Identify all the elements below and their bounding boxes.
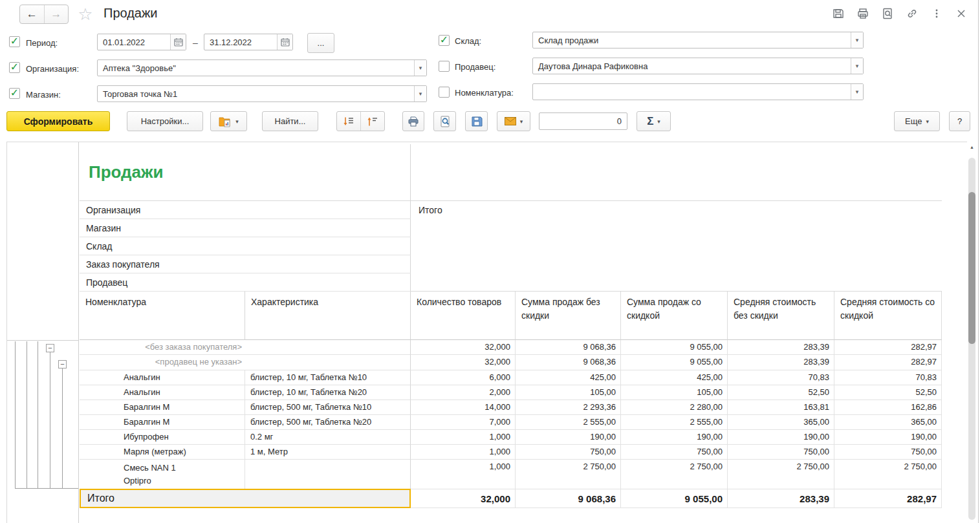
total-row-avg-nodisc[interactable]: 283,39	[728, 489, 834, 508]
organization-combo[interactable]: Аптека "Здоровье" ▾	[97, 59, 427, 76]
item-row-sum-disc[interactable]: 750,00	[621, 445, 728, 460]
warehouse-checkbox[interactable]: ✓	[439, 35, 450, 46]
group-row-sum-nodisc[interactable]: 9 068,36	[516, 355, 621, 370]
item-row-qty[interactable]: 2,000	[411, 385, 516, 400]
item-row-char[interactable]: 0.2 мг	[245, 430, 411, 445]
report-title-cell[interactable]: Продажи	[80, 144, 411, 201]
item-row-qty[interactable]: 1,000	[411, 430, 516, 445]
total-row-sum-nodisc[interactable]: 9 068,36	[516, 489, 621, 508]
item-row-sum-disc[interactable]: 105,00	[621, 385, 728, 400]
item-row-avg-disc[interactable]: 750,00	[834, 445, 942, 460]
expand-groups-button[interactable]	[337, 112, 361, 131]
item-row-qty[interactable]: 1,000	[411, 445, 516, 460]
item-row-avg-nodisc[interactable]: 2 750,00	[728, 460, 834, 489]
group-row-avg-nodisc[interactable]: 283,39	[728, 355, 834, 370]
item-row-avg-disc[interactable]: 70,83	[834, 370, 942, 385]
info-row-order[interactable]: Заказ покупателя	[80, 255, 411, 273]
info-row-shop[interactable]: Магазин	[80, 219, 411, 237]
item-row-avg-disc[interactable]: 162,86	[834, 400, 942, 415]
organization-checkbox[interactable]: ✓	[9, 62, 20, 73]
settings-button[interactable]: Настройки...	[127, 111, 203, 131]
item-row-char[interactable]: блистер, 10 мг, Таблетка №10	[245, 370, 411, 385]
scrollbar-thumb[interactable]	[968, 192, 975, 344]
collapse-group-button[interactable]: −	[46, 344, 54, 352]
period-checkbox[interactable]: ✓	[9, 36, 20, 47]
item-row-sum-disc[interactable]: 425,00	[621, 370, 728, 385]
column-header-sum-nodisc[interactable]: Сумма продаж без скидки	[516, 292, 621, 340]
item-row-sum-disc[interactable]: 190,00	[621, 430, 728, 445]
item-row-sum-disc[interactable]: 2 280,00	[621, 400, 728, 415]
link-icon[interactable]	[905, 6, 919, 21]
item-row-sum-disc[interactable]: 2 750,00	[621, 460, 728, 489]
item-row-name[interactable]: Смесь NAN 1 Optipro	[80, 460, 245, 489]
print-icon[interactable]	[856, 6, 870, 21]
forward-button[interactable]: →	[45, 5, 69, 23]
item-row-name[interactable]: Марля (метраж)	[80, 445, 245, 460]
autosum-split-button[interactable]: Σ ▾	[637, 111, 671, 131]
info-row-warehouse[interactable]: Склад	[80, 237, 411, 255]
warehouse-combo[interactable]: Склад продажи ▾	[532, 32, 864, 48]
item-row-char[interactable]: блистер, 500 мг, Таблетка №10	[245, 400, 411, 415]
send-mail-split-button[interactable]: ▾	[497, 111, 530, 131]
item-row-char[interactable]: 1 м, Метр	[245, 445, 411, 460]
shop-checkbox[interactable]: ✓	[9, 88, 20, 99]
info-row-organization[interactable]: Организация	[80, 201, 411, 219]
save-icon[interactable]	[831, 6, 845, 21]
column-header-sum-disc[interactable]: Сумма продаж со скидкой	[621, 292, 728, 340]
item-row-avg-disc[interactable]: 190,00	[834, 430, 942, 445]
item-row-sum-disc[interactable]: 2 555,00	[621, 415, 728, 430]
date-to-field[interactable]: 31.12.2022	[204, 34, 293, 50]
favorite-star-icon[interactable]: ☆	[76, 5, 94, 23]
preview-icon[interactable]	[880, 6, 895, 21]
seller-combo[interactable]: Даутова Динара Рафиковна ▾	[532, 58, 864, 74]
kebab-menu-icon[interactable]	[930, 6, 944, 21]
group-row-qty[interactable]: 32,000	[411, 355, 516, 370]
item-row-name[interactable]: Анальгин	[80, 370, 245, 385]
column-header-avg-disc[interactable]: Средняя стоимость со скидкой	[834, 292, 942, 340]
item-row-sum-nodisc[interactable]: 750,00	[516, 445, 621, 460]
item-row-qty[interactable]: 7,000	[411, 415, 516, 430]
info-row-seller[interactable]: Продавец	[80, 273, 411, 292]
item-row-char[interactable]: блистер, 10 мг, Таблетка №20	[245, 385, 411, 400]
date-from-field[interactable]: 01.01.2022	[97, 34, 186, 50]
find-button[interactable]: Найти...	[262, 111, 318, 131]
item-row-name[interactable]: Ибупрофен	[80, 430, 245, 445]
scroll-up-icon[interactable]: ▲	[970, 145, 974, 149]
total-row-sum-disc[interactable]: 9 055,00	[621, 489, 728, 508]
item-row-name[interactable]: Баралгин М	[80, 400, 245, 415]
more-button[interactable]: Еще ▾	[894, 111, 940, 131]
item-row-char[interactable]	[245, 460, 411, 489]
shop-dropdown-arrow-icon[interactable]: ▾	[414, 86, 426, 101]
item-row-sum-nodisc[interactable]: 2 293,36	[516, 400, 621, 415]
shop-combo[interactable]: Торговая точка №1 ▾	[97, 85, 427, 102]
group-row-char[interactable]	[245, 340, 411, 355]
seller-checkbox[interactable]	[439, 61, 450, 72]
nomenclature-combo[interactable]: ▾	[532, 83, 864, 100]
nomenclature-dropdown-arrow-icon[interactable]: ▾	[851, 84, 863, 100]
group-row-qty[interactable]: 32,000	[411, 340, 516, 355]
total-row-avg-disc[interactable]: 282,97	[834, 489, 942, 508]
item-row-sum-nodisc[interactable]: 2 750,00	[516, 460, 621, 489]
item-row-avg-nodisc[interactable]: 52,50	[728, 385, 834, 400]
calendar-from-button[interactable]	[170, 34, 186, 50]
help-button[interactable]: ?	[949, 111, 970, 131]
group-row-sum-disc[interactable]: 9 055,00	[621, 355, 728, 370]
total-row-label-cell[interactable]: Итого	[80, 489, 411, 508]
item-row-sum-nodisc[interactable]: 2 555,00	[516, 415, 621, 430]
item-row-qty[interactable]: 6,000	[411, 370, 516, 385]
item-row-avg-nodisc[interactable]: 163,81	[728, 400, 834, 415]
group-row-name[interactable]: <без заказа покупателя>	[80, 340, 245, 355]
item-row-name[interactable]: Баралгин М	[80, 415, 245, 430]
total-row-qty[interactable]: 32,000	[411, 489, 516, 508]
column-header-avg-nodisc[interactable]: Средняя стоимость без скидки	[728, 292, 834, 340]
organization-dropdown-arrow-icon[interactable]: ▾	[414, 60, 426, 76]
item-row-avg-nodisc[interactable]: 750,00	[728, 445, 834, 460]
collapse-group-button[interactable]: −	[58, 360, 67, 368]
back-button[interactable]: ←	[20, 5, 45, 23]
collapse-groups-button[interactable]	[361, 112, 385, 131]
item-row-sum-nodisc[interactable]: 190,00	[516, 430, 621, 445]
item-row-char[interactable]: блистер, 500 мг, Таблетка №20	[245, 415, 411, 430]
group-row-sum-nodisc[interactable]: 9 068,36	[516, 340, 621, 355]
item-row-qty[interactable]: 14,000	[411, 400, 516, 415]
group-row-sum-disc[interactable]: 9 055,00	[621, 340, 728, 355]
